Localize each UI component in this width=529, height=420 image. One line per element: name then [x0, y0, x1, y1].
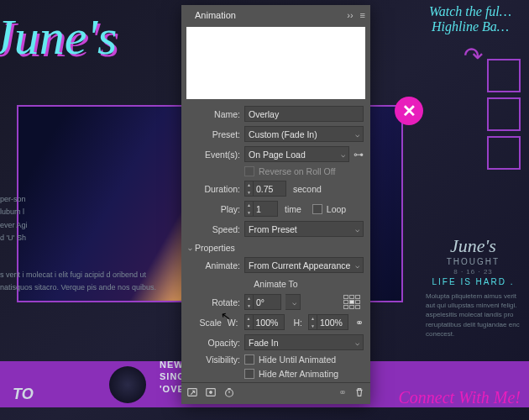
preset-label: Preset: [188, 129, 240, 139]
bg-album-art [109, 366, 146, 403]
hide-after-checkbox[interactable] [244, 369, 254, 379]
scale-w-input[interactable]: 100% [253, 314, 285, 330]
bg-to-text: TO [13, 386, 34, 403]
scale-h-input[interactable]: 100% [317, 314, 348, 330]
animate-label: Animate: [188, 260, 240, 270]
preset-select[interactable]: Custom (Fade In) [244, 126, 364, 142]
play-label: Play: [188, 204, 240, 214]
loop-checkbox[interactable] [312, 204, 322, 214]
duration-label: Duration: [188, 184, 240, 194]
speed-label: Speed: [188, 224, 240, 234]
duration-unit: second [293, 184, 322, 194]
collapse-icon[interactable]: ›› [347, 10, 353, 20]
bg-close-button[interactable]: ✕ [395, 97, 423, 125]
link-scale-icon[interactable]: ⚭ [355, 317, 364, 328]
events-label: Event(s): [188, 150, 240, 160]
scale-w-label: W: [228, 318, 238, 328]
scale-w-spinner[interactable]: ▲▼ [244, 314, 253, 330]
bg-text-fragment-1: per-son lubum l ever Agi d 'U' Sh [0, 193, 34, 244]
bg-connect-text: Connect With Me! [398, 388, 521, 407]
play-spinner[interactable]: ▲▼ [244, 201, 253, 217]
scale-h-label: H: [294, 318, 303, 328]
visibility-label: Visibility: [188, 354, 240, 365]
bg-watch-text: Watch the ful… Highline Ba… [420, 4, 521, 34]
opacity-select[interactable]: Fade In [244, 334, 364, 350]
chain-icon[interactable]: ⚭ [338, 386, 347, 401]
name-input[interactable]: Overlay [244, 106, 364, 122]
duration-input[interactable]: 0.75 [253, 181, 286, 197]
svg-point-2 [210, 391, 212, 394]
rotate-direction[interactable] [285, 294, 301, 310]
play-unit: time [285, 204, 301, 214]
rotate-label: Rotate: [188, 297, 240, 307]
bg-text-fragment-2: s verit i molecat i elit fugi acipid d o… [0, 269, 160, 295]
panel-tab-animation[interactable]: Animation [186, 7, 244, 24]
trash-icon[interactable] [354, 386, 365, 401]
animate-to-header: Animate To [188, 279, 364, 289]
name-label: Name: [188, 109, 240, 119]
duration-spinner[interactable]: ▲▼ [244, 181, 253, 197]
animate-select[interactable]: From Current Appearance [244, 257, 364, 273]
panel-menu-icon[interactable]: ≡ [360, 10, 365, 20]
animation-panel: Animation ›› ≡ Name: Overlay Preset: Cus… [181, 5, 370, 404]
scale-label: Scale [188, 318, 222, 328]
play-input[interactable]: 1 [253, 201, 278, 217]
animation-preview [186, 27, 365, 99]
svg-rect-0 [188, 389, 197, 396]
loop-label: Loop [327, 204, 346, 214]
timing-icon[interactable] [223, 386, 235, 401]
hide-after-label: Hide After Animating [259, 369, 338, 379]
properties-section[interactable]: Properties [188, 243, 364, 253]
speed-select[interactable]: From Preset [244, 221, 364, 237]
proxy-icon[interactable] [205, 386, 217, 401]
events-options-icon[interactable]: ⊶ [354, 149, 364, 160]
reverse-label: Reverse on Roll Off [259, 166, 335, 176]
hide-until-label: Hide Until Animated [259, 354, 336, 365]
bg-sidebar-block: June's THOUGHT 8 · 16 · 23 LIFE IS HARD … [426, 235, 521, 339]
reverse-checkbox [244, 166, 254, 176]
rotate-spinner[interactable]: ▲▼ [244, 294, 253, 310]
rotate-input[interactable]: 0° [253, 294, 281, 310]
hide-until-checkbox[interactable] [244, 354, 254, 365]
opacity-label: Opacity: [188, 338, 240, 348]
bg-social-boxes [487, 59, 521, 175]
panel-header[interactable]: Animation ›› ≡ [181, 5, 370, 25]
bg-artist-title: June's [0, 8, 117, 66]
origin-grid-icon[interactable] [343, 295, 364, 310]
preview-spread-icon[interactable] [186, 386, 198, 401]
scale-h-spinner[interactable]: ▲▼ [308, 314, 317, 330]
bg-arrow-icon: ↷ [464, 42, 483, 70]
panel-footer: ⚭ [181, 382, 370, 404]
events-select[interactable]: On Page Load [244, 146, 349, 162]
